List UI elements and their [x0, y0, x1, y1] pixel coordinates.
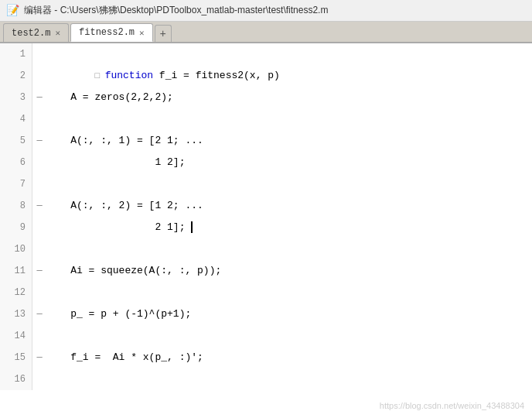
tab-bar: test2.m ✕ fitness2.m ✕ + — [0, 22, 532, 43]
line-num-16: 16 — [0, 368, 32, 390]
line-num-7: 7 — [0, 173, 32, 195]
line-row-1: 1 □ function f_i = fitness2(x, p) — [0, 43, 532, 65]
dash-11: — — [32, 260, 46, 282]
code-text-14 — [46, 325, 532, 347]
line-num-8: 8 — [0, 195, 32, 217]
line-row-6: 6 1 2]; — [0, 152, 532, 173]
code-text-16 — [46, 368, 532, 390]
code-container: 1 □ function f_i = fitness2(x, p) 2 3 — … — [0, 43, 532, 418]
line-row-11: 11 — Ai = squeeze(A(:, :, p)); — [0, 260, 532, 282]
dash-5: — — [32, 130, 46, 152]
code-text-2 — [46, 65, 532, 87]
tab-add-button[interactable]: + — [155, 25, 172, 42]
title-bar: 📝 编辑器 - C:\Users\狒狒\Desktop\PDToolbox_ma… — [0, 0, 532, 22]
dash-8: — — [32, 195, 46, 217]
code-text-10 — [46, 238, 532, 260]
code-text-13: p_ = p + (-1)^(p+1); — [46, 303, 532, 325]
code-text-3: A = zeros(2,2,2); — [46, 87, 532, 108]
line-num-9: 9 — [0, 217, 32, 238]
code-text-9: 2 1]; — [46, 217, 532, 238]
editor-area: 1 □ function f_i = fitness2(x, p) 2 3 — … — [0, 43, 532, 418]
line-row-4: 4 — [0, 108, 532, 130]
line-row-13: 13 — p_ = p + (-1)^(p+1); — [0, 303, 532, 325]
line-num-10: 10 — [0, 238, 32, 260]
line-row-7: 7 — [0, 173, 532, 195]
dash-14 — [32, 325, 46, 347]
line-num-11: 11 — [0, 260, 32, 282]
code-text-11: Ai = squeeze(A(:, :, p)); — [46, 260, 532, 282]
dash-2 — [32, 65, 46, 87]
code-text-7 — [46, 173, 532, 195]
dash-4 — [32, 108, 46, 130]
dash-6 — [32, 152, 46, 173]
line-num-2: 2 — [0, 65, 32, 87]
code-text-5: A(:, :, 1) = [2 1; ... — [46, 130, 532, 152]
dash-3: — — [32, 87, 46, 108]
line-row-14: 14 — [0, 325, 532, 347]
dash-9 — [32, 217, 46, 238]
line-num-1: 1 — [0, 43, 32, 65]
dash-1 — [32, 43, 46, 65]
line-num-12: 12 — [0, 282, 32, 303]
line-row-10: 10 — [0, 238, 532, 260]
code-text-12 — [46, 282, 532, 303]
line-row-9: 9 2 1]; — [0, 217, 532, 238]
dash-16 — [32, 368, 46, 390]
tab-test2-label: test2.m — [12, 28, 50, 39]
app-icon: 📝 — [6, 4, 19, 17]
line-row-5: 5 — A(:, :, 1) = [2 1; ... — [0, 130, 532, 152]
line-row-16: 16 — [0, 368, 532, 390]
dash-15: — — [32, 347, 46, 368]
line-num-5: 5 — [0, 130, 32, 152]
line-num-14: 14 — [0, 325, 32, 347]
line-num-6: 6 — [0, 152, 32, 173]
line-num-4: 4 — [0, 108, 32, 130]
line-num-15: 15 — [0, 347, 32, 368]
line-row-8: 8 — A(:, :, 2) = [1 2; ... — [0, 195, 532, 217]
line-row-12: 12 — [0, 282, 532, 303]
dash-7 — [32, 173, 46, 195]
tab-test2-close[interactable]: ✕ — [55, 28, 60, 38]
dash-13: — — [32, 303, 46, 325]
line-num-3: 3 — [0, 87, 32, 108]
line-row-15: 15 — f_i = Ai * x(p_, :)'; — [0, 347, 532, 368]
tab-fitness2[interactable]: fitness2.m ✕ — [70, 23, 153, 42]
code-text-6: 1 2]; — [46, 152, 532, 173]
tab-test2[interactable]: test2.m ✕ — [3, 23, 69, 42]
code-text-8: A(:, :, 2) = [1 2; ... — [46, 195, 532, 217]
watermark: https://blog.csdn.net/weixin_43488304 — [380, 401, 524, 410]
code-text-1: □ function f_i = fitness2(x, p) — [46, 43, 532, 65]
line-row-2: 2 — [0, 65, 532, 87]
code-text-15: f_i = Ai * x(p_, :)'; — [46, 347, 532, 368]
tab-fitness2-close[interactable]: ✕ — [139, 28, 145, 38]
tab-fitness2-label: fitness2.m — [79, 27, 135, 38]
code-text-4 — [46, 108, 532, 130]
line-num-13: 13 — [0, 303, 32, 325]
line-row-3: 3 — A = zeros(2,2,2); — [0, 87, 532, 108]
dash-12 — [32, 282, 46, 303]
dash-10 — [32, 238, 46, 260]
title-text: 编辑器 - C:\Users\狒狒\Desktop\PDToolbox_matl… — [24, 4, 328, 17]
